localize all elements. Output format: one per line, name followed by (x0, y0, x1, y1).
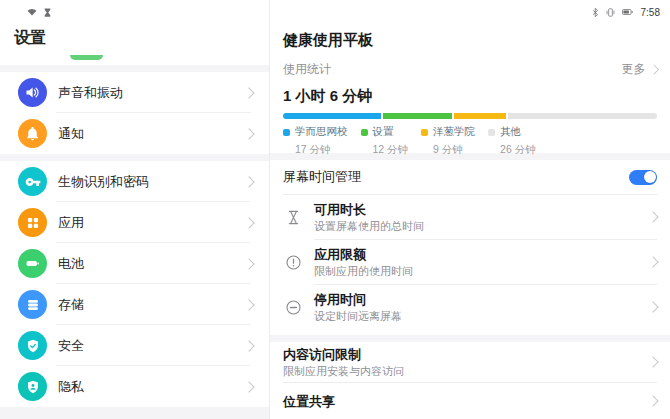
usage-bar (283, 113, 657, 119)
speaker-icon (18, 78, 47, 107)
legend-swatch (488, 129, 495, 136)
storage-icon (18, 290, 47, 319)
sidebar-item-label: 声音和振动 (58, 84, 245, 102)
legend-app-time: 12 分钟 (373, 143, 409, 157)
chevron-right-icon (243, 299, 254, 310)
status-time: 7:58 (641, 7, 660, 18)
usage-legend: 学而思网校 17 分钟 设置 12 分钟 洋葱学院 9 分钟 其他 26 分钟 (283, 125, 657, 151)
sidebar-item-label: 电池 (58, 255, 245, 273)
legend-app-name: 设置 (373, 125, 394, 139)
page-title: 设置 (14, 28, 269, 47)
usage-stats-label: 使用统计 (283, 61, 331, 78)
sidebar-item-sound[interactable]: 声音和振动 (0, 72, 269, 113)
feature-subtitle: 设置屏幕使用的总时间 (314, 220, 649, 233)
app-limits-row[interactable]: 应用限额 限制应用的使用时间 (270, 240, 670, 284)
feature-subtitle: 设定时间远离屏幕 (314, 310, 649, 323)
bell-icon (18, 119, 47, 148)
status-bar: 7:58 (0, 0, 670, 22)
feature-title: 位置共享 (283, 394, 649, 409)
chevron-right-icon (243, 217, 254, 228)
shield-user-icon (18, 372, 47, 401)
chevron-right-icon (647, 395, 658, 406)
feature-subtitle: 限制应用安装与内容访问 (283, 365, 649, 378)
chevron-right-icon (647, 256, 658, 267)
usage-total: 1 小时 6 分钟 (283, 86, 657, 105)
sidebar-item-battery[interactable]: 电池 (0, 243, 269, 284)
chevron-right-icon (649, 65, 658, 74)
legend-item: 学而思网校 17 分钟 (283, 125, 348, 151)
chevron-right-icon (647, 211, 658, 222)
feature-subtitle: 限制应用的使用时间 (314, 265, 649, 278)
group-separator (0, 154, 269, 161)
sidebar-item-label: 存储 (58, 296, 245, 314)
chevron-right-icon (647, 301, 658, 312)
chevron-right-icon (243, 176, 254, 187)
legend-swatch (421, 129, 428, 136)
sidebar-item-privacy[interactable]: 隐私 (0, 366, 269, 407)
sidebar-item-label: 隐私 (58, 378, 245, 396)
digital-balance-panel: 健康使用平板 使用统计 更多 1 小时 6 分钟 学而思网校 17 分钟 (270, 0, 670, 419)
sidebar-item-label: 生物识别和密码 (58, 173, 245, 191)
more-button[interactable]: 更多 (622, 61, 658, 78)
group-separator (0, 407, 269, 419)
feature-title: 停用时间 (314, 292, 649, 307)
usage-bar-segment (283, 113, 381, 119)
settings-sidebar: 设置 声音和振动 通知 (0, 0, 270, 419)
group-separator (270, 335, 670, 342)
screen-time-toggle[interactable] (629, 170, 657, 185)
usage-bar-segment (454, 113, 506, 119)
content-restriction-row[interactable]: 内容访问限制 限制应用安装与内容访问 (270, 342, 670, 382)
legend-app-time: 9 分钟 (433, 143, 475, 157)
shield-check-icon (18, 331, 47, 360)
usage-bar-segment (508, 113, 658, 119)
sidebar-item-notifications[interactable]: 通知 (0, 113, 269, 154)
chevron-right-icon (647, 356, 658, 367)
usage-bar-segment (383, 113, 452, 119)
chevron-right-icon (243, 128, 254, 139)
partial-list-item-icon (70, 55, 103, 60)
sidebar-item-security[interactable]: 安全 (0, 325, 269, 366)
legend-app-name: 洋葱学院 (433, 125, 475, 139)
legend-app-name: 学而思网校 (295, 125, 348, 139)
battery-icon (18, 249, 47, 278)
bluetooth-icon (590, 7, 601, 18)
vibrate-icon (605, 7, 616, 18)
legend-item: 洋葱学院 9 分钟 (421, 125, 475, 151)
key-icon (18, 167, 47, 196)
chevron-right-icon (243, 87, 254, 98)
legend-app-time: 26 分钟 (500, 143, 536, 157)
sidebar-item-label: 通知 (58, 125, 245, 143)
more-label: 更多 (622, 61, 646, 78)
alert-circle-icon (283, 252, 303, 272)
location-sharing-row[interactable]: 位置共享 (270, 383, 670, 419)
battery-icon (620, 6, 635, 18)
screen-time-row[interactable]: 屏幕时间管理 (283, 160, 657, 194)
panel-title: 健康使用平板 (283, 30, 657, 49)
feature-title: 内容访问限制 (283, 347, 649, 362)
hourglass-outline-icon (283, 207, 303, 227)
sidebar-item-apps[interactable]: 应用 (0, 202, 269, 243)
settings-screen: 7:58 设置 声音和振动 通知 (0, 0, 670, 419)
legend-item: 设置 12 分钟 (361, 125, 409, 151)
minus-circle-icon (283, 297, 303, 317)
chevron-right-icon (243, 381, 254, 392)
downtime-row[interactable]: 停用时间 设定时间远离屏幕 (270, 285, 670, 329)
feature-title: 可用时长 (314, 202, 649, 217)
screen-time-limit-row[interactable]: 可用时长 设置屏幕使用的总时间 (270, 195, 670, 239)
legend-swatch (283, 129, 290, 136)
apps-grid-icon (18, 208, 47, 237)
group-separator (0, 65, 269, 72)
hourglass-icon (42, 7, 53, 18)
wifi-icon (26, 6, 38, 18)
status-right: 7:58 (590, 6, 660, 18)
chevron-right-icon (243, 340, 254, 351)
legend-app-time: 17 分钟 (295, 143, 348, 157)
sidebar-item-storage[interactable]: 存储 (0, 284, 269, 325)
screen-time-label: 屏幕时间管理 (283, 168, 361, 186)
sidebar-item-biometrics[interactable]: 生物识别和密码 (0, 161, 269, 202)
legend-item: 其他 26 分钟 (488, 125, 536, 151)
toggle-knob (644, 171, 656, 183)
feature-title: 应用限额 (314, 247, 649, 262)
sidebar-item-label: 应用 (58, 214, 245, 232)
status-left (26, 6, 53, 18)
